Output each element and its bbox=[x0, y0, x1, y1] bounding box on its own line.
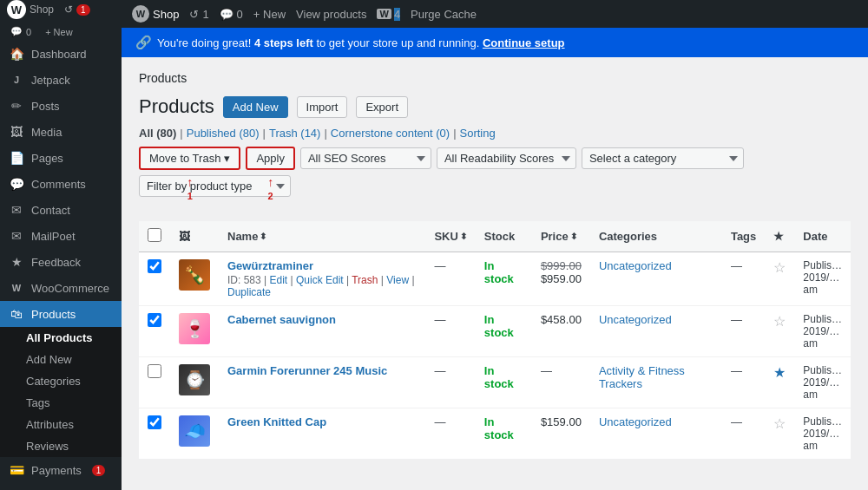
row-checkbox-4[interactable] bbox=[148, 415, 161, 429]
sidebar-item-posts[interactable]: ✏ Posts bbox=[0, 93, 122, 119]
duplicate-link-1[interactable]: Duplicate bbox=[227, 286, 271, 298]
sidebar-item-products[interactable]: 🛍 Products bbox=[0, 301, 122, 327]
price-sale-1: $959.00 bbox=[541, 272, 582, 285]
top-admin-bar: W Shop ↺ 1 💬 0 + New View products W 4 P… bbox=[122, 0, 868, 28]
woo-icon: W bbox=[9, 280, 24, 296]
product-name-link-4[interactable]: Green Knitted Cap bbox=[227, 415, 326, 428]
sidebar-item-feedback[interactable]: ★ Feedback bbox=[0, 249, 122, 275]
th-price[interactable]: Price ⬍ bbox=[532, 221, 590, 252]
tab-sorting[interactable]: Sorting bbox=[460, 127, 496, 140]
payments-badge: 1 bbox=[92, 465, 106, 476]
add-new-button[interactable]: Add New bbox=[223, 96, 288, 118]
tab-cornerstone[interactable]: Cornerstone content (0) bbox=[331, 127, 450, 140]
wp-icon: W bbox=[7, 0, 26, 19]
comment-icon: 💬 bbox=[10, 26, 23, 37]
woo-bar-item[interactable]: W 4 bbox=[377, 8, 400, 21]
select-all-checkbox[interactable] bbox=[148, 228, 161, 242]
comments-count: 0 bbox=[26, 27, 31, 37]
price-sale-4: $159.00 bbox=[541, 415, 582, 428]
payments-icon: 💳 bbox=[9, 462, 24, 478]
sidebar-item-label: MailPoet bbox=[31, 230, 76, 243]
sidebar-item-media[interactable]: 🖼 Media bbox=[0, 119, 122, 145]
sidebar-sub-item-add-new[interactable]: Add New bbox=[0, 349, 122, 370]
seo-scores-filter[interactable]: All SEO Scores Good OK Needs improvement… bbox=[300, 147, 431, 169]
pages-icon: 📄 bbox=[9, 150, 24, 166]
dashboard-icon: 🏠 bbox=[9, 46, 24, 62]
product-name-link-3[interactable]: Garmin Forerunner 245 Music bbox=[227, 364, 387, 377]
tab-published[interactable]: Published (80) bbox=[187, 127, 260, 140]
site-logo[interactable]: W Shop bbox=[7, 0, 54, 19]
main-content: W Shop ↺ 1 💬 0 + New View products W 4 P… bbox=[122, 0, 868, 490]
quick-edit-link-1[interactable]: Quick Edit bbox=[296, 274, 344, 286]
sidebar-sub-item-attributes[interactable]: Attributes bbox=[0, 414, 122, 435]
sidebar-sub-item-reviews[interactable]: Reviews bbox=[0, 435, 122, 457]
comments-item[interactable]: 💬 0 bbox=[7, 26, 35, 37]
categories-label: Categories bbox=[26, 375, 81, 388]
tab-trash[interactable]: Trash (14) bbox=[269, 127, 320, 140]
sidebar-sub-item-categories[interactable]: Categories bbox=[0, 370, 122, 392]
product-thumbnail-2: 🍷 bbox=[179, 313, 210, 344]
sku-4: — bbox=[425, 408, 475, 460]
updates-bar-item[interactable]: ↺ 1 bbox=[189, 8, 208, 21]
site-name-link[interactable]: W Shop bbox=[132, 5, 179, 23]
category-3[interactable]: Activity & Fitness Trackers bbox=[599, 364, 685, 390]
row-checkbox-1[interactable] bbox=[148, 259, 161, 273]
trash-link-1[interactable]: Trash bbox=[352, 274, 378, 286]
category-2[interactable]: Uncategorized bbox=[599, 313, 672, 326]
sidebar-item-label: WooCommerce bbox=[31, 282, 109, 295]
products-icon: 🛍 bbox=[9, 306, 24, 322]
star-2[interactable]: ☆ bbox=[773, 314, 786, 329]
category-filter[interactable]: Select a category Uncategorized Activity… bbox=[582, 147, 744, 169]
view-products-bar-item[interactable]: View products bbox=[296, 8, 366, 21]
woo-count-badge: 4 bbox=[394, 8, 400, 21]
purge-cache-bar-item[interactable]: Purge Cache bbox=[411, 8, 477, 21]
continue-setup-link[interactable]: Continue setup bbox=[483, 36, 565, 49]
filter-tabs: All (80) | Published (80) | Trash (14) |… bbox=[139, 127, 851, 140]
sidebar-item-label: Feedback bbox=[31, 256, 81, 269]
mailpoet-icon: ✉ bbox=[9, 228, 24, 244]
product-name-link-2[interactable]: Cabernet sauvignon bbox=[227, 313, 336, 326]
updates-count: 1 bbox=[76, 4, 90, 16]
import-button[interactable]: Import bbox=[297, 96, 348, 118]
updates-item[interactable]: ↺ 1 bbox=[61, 3, 94, 16]
notification-bar: 🔗 You're doing great! 4 steps left to ge… bbox=[122, 28, 868, 57]
comments-bar-item[interactable]: 💬 0 bbox=[220, 8, 243, 21]
star-3[interactable]: ★ bbox=[773, 365, 786, 380]
new-item[interactable]: + New bbox=[42, 27, 76, 37]
date-1: Publis…2019/…am bbox=[794, 252, 851, 306]
sidebar-item-jetpack[interactable]: J Jetpack bbox=[0, 67, 122, 93]
move-to-trash-button[interactable]: Move to Trash ▾ bbox=[139, 147, 240, 170]
sidebar-item-pages[interactable]: 📄 Pages bbox=[0, 145, 122, 171]
sidebar-item-mailpoet[interactable]: ✉ MailPoet bbox=[0, 223, 122, 249]
sidebar-item-dashboard[interactable]: 🏠 Dashboard bbox=[0, 41, 122, 67]
sidebar-item-woocommerce[interactable]: W WooCommerce bbox=[0, 275, 122, 301]
category-4[interactable]: Uncategorized bbox=[599, 415, 672, 428]
star-1[interactable]: ☆ bbox=[773, 260, 786, 275]
sidebar-sub-item-all-products[interactable]: All Products bbox=[0, 327, 122, 349]
row-checkbox-2[interactable] bbox=[148, 313, 161, 327]
sidebar-item-comments[interactable]: 💬 Comments bbox=[0, 171, 122, 197]
category-1[interactable]: Uncategorized bbox=[599, 259, 672, 272]
export-button[interactable]: Export bbox=[356, 96, 408, 118]
stock-3: In stock bbox=[484, 364, 514, 390]
sidebar-sub-item-tags[interactable]: Tags bbox=[0, 392, 122, 414]
sidebar-item-payments[interactable]: 💳 Payments 1 bbox=[0, 457, 122, 483]
th-sku[interactable]: SKU ⬍ bbox=[425, 221, 475, 252]
wine-bottle-icon: 🍷 bbox=[184, 318, 206, 339]
product-thumbnail-3: ⌚ bbox=[179, 364, 210, 395]
row-checkbox-3[interactable] bbox=[148, 364, 161, 378]
edit-link-1[interactable]: Edit bbox=[269, 274, 287, 286]
view-link-1[interactable]: View bbox=[386, 274, 409, 286]
feedback-icon: ★ bbox=[9, 254, 24, 270]
star-4[interactable]: ☆ bbox=[773, 416, 786, 431]
tab-all[interactable]: All (80) bbox=[139, 127, 176, 140]
product-name-link-1[interactable]: Gewürztraminer bbox=[227, 259, 313, 272]
apply-button[interactable]: Apply bbox=[246, 147, 295, 170]
th-name[interactable]: Name ⬍ bbox=[219, 221, 425, 252]
readability-scores-filter[interactable]: All Readability Scores Good OK Needs imp… bbox=[437, 147, 576, 169]
posts-icon: ✏ bbox=[9, 98, 24, 114]
sidebar-item-contact[interactable]: ✉ Contact bbox=[0, 197, 122, 223]
new-bar-item[interactable]: + New bbox=[253, 8, 286, 21]
add-new-label: Add New bbox=[26, 353, 72, 366]
th-tags: Tags bbox=[722, 221, 765, 252]
